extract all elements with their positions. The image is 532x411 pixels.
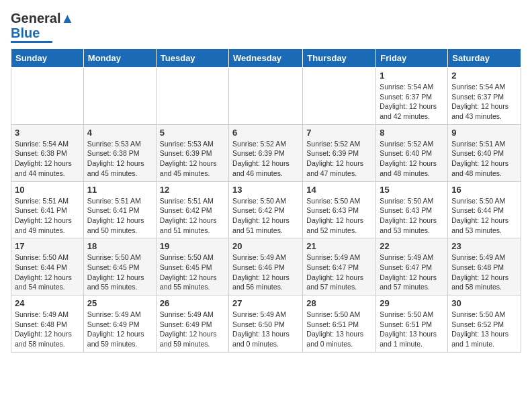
- day-header-tuesday: Tuesday: [156, 49, 228, 68]
- day-info: Sunrise: 5:50 AM Sunset: 6:44 PM Dayligh…: [451, 196, 517, 236]
- day-info: Sunrise: 5:53 AM Sunset: 6:39 PM Dayligh…: [160, 139, 225, 179]
- calendar-cell: 11Sunrise: 5:51 AM Sunset: 6:41 PM Dayli…: [83, 181, 156, 238]
- calendar-cell: 27Sunrise: 5:49 AM Sunset: 6:50 PM Dayli…: [229, 295, 303, 353]
- day-info: Sunrise: 5:53 AM Sunset: 6:38 PM Dayligh…: [87, 139, 152, 179]
- calendar-cell: 25Sunrise: 5:49 AM Sunset: 6:49 PM Dayli…: [83, 295, 156, 353]
- day-info: Sunrise: 5:50 AM Sunset: 6:51 PM Dayligh…: [306, 310, 372, 349]
- day-info: Sunrise: 5:49 AM Sunset: 6:46 PM Dayligh…: [232, 253, 299, 292]
- calendar-cell: 14Sunrise: 5:50 AM Sunset: 6:43 PM Dayli…: [303, 181, 376, 238]
- calendar-cell: 29Sunrise: 5:50 AM Sunset: 6:51 PM Dayli…: [376, 295, 448, 353]
- day-info: Sunrise: 5:52 AM Sunset: 6:39 PM Dayligh…: [306, 139, 372, 179]
- calendar-cell: [156, 68, 228, 125]
- day-number: 24: [15, 298, 80, 308]
- day-number: 16: [451, 185, 517, 195]
- calendar-cell: 19Sunrise: 5:50 AM Sunset: 6:45 PM Dayli…: [156, 238, 228, 295]
- day-info: Sunrise: 5:49 AM Sunset: 6:47 PM Dayligh…: [380, 253, 444, 292]
- day-header-friday: Friday: [376, 49, 448, 68]
- header: General▲ Blue: [11, 11, 521, 43]
- calendar-cell: [11, 68, 84, 125]
- calendar-cell: 28Sunrise: 5:50 AM Sunset: 6:51 PM Dayli…: [303, 295, 376, 353]
- day-info: Sunrise: 5:51 AM Sunset: 6:41 PM Dayligh…: [87, 196, 152, 236]
- calendar-week-1: 1Sunrise: 5:54 AM Sunset: 6:37 PM Daylig…: [11, 68, 521, 125]
- day-number: 9: [451, 128, 517, 138]
- calendar-cell: 8Sunrise: 5:52 AM Sunset: 6:40 PM Daylig…: [376, 124, 448, 181]
- calendar-cell: 1Sunrise: 5:54 AM Sunset: 6:37 PM Daylig…: [376, 68, 448, 125]
- day-number: 14: [306, 185, 372, 195]
- day-number: 2: [451, 71, 517, 81]
- day-info: Sunrise: 5:49 AM Sunset: 6:49 PM Dayligh…: [160, 310, 225, 349]
- day-info: Sunrise: 5:50 AM Sunset: 6:51 PM Dayligh…: [380, 310, 444, 349]
- day-info: Sunrise: 5:49 AM Sunset: 6:47 PM Dayligh…: [306, 253, 372, 292]
- calendar-cell: 10Sunrise: 5:51 AM Sunset: 6:41 PM Dayli…: [11, 181, 84, 238]
- day-number: 20: [232, 241, 299, 251]
- calendar-cell: 9Sunrise: 5:51 AM Sunset: 6:40 PM Daylig…: [448, 124, 521, 181]
- calendar-header-row: SundayMondayTuesdayWednesdayThursdayFrid…: [11, 49, 521, 68]
- calendar-cell: 13Sunrise: 5:50 AM Sunset: 6:42 PM Dayli…: [229, 181, 303, 238]
- day-number: 21: [306, 241, 372, 251]
- calendar-week-3: 10Sunrise: 5:51 AM Sunset: 6:41 PM Dayli…: [11, 181, 521, 238]
- day-info: Sunrise: 5:49 AM Sunset: 6:50 PM Dayligh…: [232, 310, 299, 349]
- calendar-cell: 4Sunrise: 5:53 AM Sunset: 6:38 PM Daylig…: [83, 124, 156, 181]
- day-number: 8: [380, 128, 444, 138]
- day-header-saturday: Saturday: [448, 49, 521, 68]
- calendar-cell: 24Sunrise: 5:49 AM Sunset: 6:48 PM Dayli…: [11, 295, 84, 353]
- calendar-cell: 23Sunrise: 5:49 AM Sunset: 6:48 PM Dayli…: [448, 238, 521, 295]
- day-info: Sunrise: 5:54 AM Sunset: 6:37 PM Dayligh…: [451, 82, 517, 122]
- day-number: 6: [232, 128, 299, 138]
- day-info: Sunrise: 5:50 AM Sunset: 6:45 PM Dayligh…: [160, 253, 225, 292]
- day-header-sunday: Sunday: [11, 49, 84, 68]
- day-info: Sunrise: 5:54 AM Sunset: 6:38 PM Dayligh…: [15, 139, 80, 179]
- calendar-cell: 15Sunrise: 5:50 AM Sunset: 6:43 PM Dayli…: [376, 181, 448, 238]
- calendar-cell: 16Sunrise: 5:50 AM Sunset: 6:44 PM Dayli…: [448, 181, 521, 238]
- day-number: 17: [15, 241, 80, 251]
- day-info: Sunrise: 5:51 AM Sunset: 6:40 PM Dayligh…: [451, 139, 517, 179]
- calendar-cell: 26Sunrise: 5:49 AM Sunset: 6:49 PM Dayli…: [156, 295, 228, 353]
- calendar-cell: [229, 68, 303, 125]
- day-number: 25: [87, 298, 152, 308]
- calendar-cell: 7Sunrise: 5:52 AM Sunset: 6:39 PM Daylig…: [303, 124, 376, 181]
- day-number: 29: [380, 298, 444, 308]
- day-number: 12: [160, 185, 225, 195]
- calendar-cell: 12Sunrise: 5:51 AM Sunset: 6:42 PM Dayli…: [156, 181, 228, 238]
- day-info: Sunrise: 5:49 AM Sunset: 6:48 PM Dayligh…: [15, 310, 80, 349]
- day-number: 23: [451, 241, 517, 251]
- calendar-cell: 30Sunrise: 5:50 AM Sunset: 6:52 PM Dayli…: [448, 295, 521, 353]
- day-header-wednesday: Wednesday: [229, 49, 303, 68]
- day-info: Sunrise: 5:50 AM Sunset: 6:42 PM Dayligh…: [232, 196, 299, 236]
- day-info: Sunrise: 5:54 AM Sunset: 6:37 PM Dayligh…: [380, 82, 444, 122]
- day-number: 10: [15, 185, 80, 195]
- day-info: Sunrise: 5:50 AM Sunset: 6:43 PM Dayligh…: [380, 196, 444, 236]
- day-number: 11: [87, 185, 152, 195]
- day-info: Sunrise: 5:51 AM Sunset: 6:42 PM Dayligh…: [160, 196, 225, 236]
- day-number: 5: [160, 128, 225, 138]
- day-number: 4: [87, 128, 152, 138]
- calendar-cell: [303, 68, 376, 125]
- calendar-cell: 3Sunrise: 5:54 AM Sunset: 6:38 PM Daylig…: [11, 124, 84, 181]
- day-info: Sunrise: 5:49 AM Sunset: 6:48 PM Dayligh…: [451, 253, 517, 292]
- calendar-week-2: 3Sunrise: 5:54 AM Sunset: 6:38 PM Daylig…: [11, 124, 521, 181]
- calendar-cell: 2Sunrise: 5:54 AM Sunset: 6:37 PM Daylig…: [448, 68, 521, 125]
- calendar-cell: 6Sunrise: 5:52 AM Sunset: 6:39 PM Daylig…: [229, 124, 303, 181]
- day-info: Sunrise: 5:50 AM Sunset: 6:44 PM Dayligh…: [15, 253, 80, 292]
- day-info: Sunrise: 5:49 AM Sunset: 6:49 PM Dayligh…: [87, 310, 152, 349]
- day-number: 27: [232, 298, 299, 308]
- day-number: 7: [306, 128, 372, 138]
- day-number: 26: [160, 298, 225, 308]
- calendar-week-4: 17Sunrise: 5:50 AM Sunset: 6:44 PM Dayli…: [11, 238, 521, 295]
- day-number: 19: [160, 241, 225, 251]
- day-info: Sunrise: 5:50 AM Sunset: 6:43 PM Dayligh…: [306, 196, 372, 236]
- calendar-cell: 20Sunrise: 5:49 AM Sunset: 6:46 PM Dayli…: [229, 238, 303, 295]
- day-info: Sunrise: 5:50 AM Sunset: 6:45 PM Dayligh…: [87, 253, 152, 292]
- day-number: 22: [380, 241, 444, 251]
- calendar-cell: [83, 68, 156, 125]
- day-number: 13: [232, 185, 299, 195]
- calendar: SundayMondayTuesdayWednesdayThursdayFrid…: [11, 48, 521, 353]
- day-number: 15: [380, 185, 444, 195]
- logo: General▲ Blue: [11, 11, 74, 43]
- day-number: 1: [380, 71, 444, 81]
- day-number: 30: [451, 298, 517, 308]
- calendar-cell: 17Sunrise: 5:50 AM Sunset: 6:44 PM Dayli…: [11, 238, 84, 295]
- day-info: Sunrise: 5:52 AM Sunset: 6:40 PM Dayligh…: [380, 139, 444, 179]
- day-info: Sunrise: 5:51 AM Sunset: 6:41 PM Dayligh…: [15, 196, 80, 236]
- calendar-week-5: 24Sunrise: 5:49 AM Sunset: 6:48 PM Dayli…: [11, 295, 521, 353]
